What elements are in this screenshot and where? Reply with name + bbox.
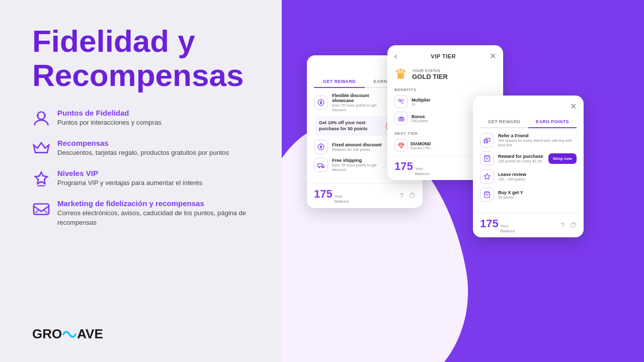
mail-icon <box>32 200 50 218</box>
left-panel: Fidelidad y Recompensas Puntos de Fideli… <box>0 0 282 362</box>
logo-text-gr: GRO <box>32 326 62 342</box>
tab-get-reward-3[interactable]: GET REWARD <box>480 116 528 128</box>
widget1-footer-icons: ? ⏱ <box>399 192 416 200</box>
feature-recompensas-desc: Descuentos, tarjetas regalo, productos g… <box>57 148 229 157</box>
refer-icon-box <box>480 133 494 147</box>
widget1-balance: 175 YourBalance <box>314 188 349 204</box>
review-icon-box <box>480 169 494 184</box>
tab-get-reward-1[interactable]: GET REWARD <box>314 76 365 88</box>
free-shipping-sub: Earn 25 more points to get discount <box>332 163 391 172</box>
dollar-icon-box-1 <box>314 96 328 110</box>
vip-tier-title: VIP TIER <box>431 53 456 59</box>
growave-logo: GRO AVE <box>32 326 258 342</box>
shop-now-button[interactable]: Shop now <box>548 153 577 164</box>
gift-icon <box>398 115 405 122</box>
widget3-footer: 175 YourBalance ? ⏱ <box>473 213 584 237</box>
widgets-area: ✕ GET REWARD EARN POINTS Flexible dis <box>282 0 644 362</box>
help-icon-3[interactable]: ? <box>560 221 565 229</box>
widget2-balance: 175 YourBalance <box>394 160 430 176</box>
flexible-discount-sub: Earn 25 more points to get discount <box>332 103 391 112</box>
balance-label-2: YourBalance <box>415 166 430 176</box>
diamond-title: DIAMOND <box>411 141 433 146</box>
flexible-discount-title: Flexible discount showcase <box>332 93 391 103</box>
widget2-close-icon[interactable]: ✕ <box>490 51 496 61</box>
diamond-icon <box>398 142 405 149</box>
feature-puntos-desc: Puntos por interacciones y compras <box>57 118 162 127</box>
bonus-icon-box <box>394 112 408 125</box>
history-icon-1[interactable]: ⏱ <box>409 192 416 200</box>
cart-icon-purchase <box>484 155 491 162</box>
shipping-icon-box <box>314 158 328 172</box>
widget2-header: ‹ VIP TIER ✕ <box>387 45 503 61</box>
svg-rect-4 <box>318 164 322 167</box>
status-label: YOUR STATUS <box>412 68 448 73</box>
logo-text-ave: AVE <box>77 326 103 342</box>
feature-puntos-title: Puntos de Fidelidad <box>57 109 162 117</box>
widget3-footer-icons: ? ⏱ <box>560 221 577 229</box>
star-icon <box>32 110 50 128</box>
features-list: Puntos de Fidelidad Puntos por interacci… <box>32 109 258 227</box>
vip-icon <box>32 170 50 188</box>
feature-vip-title: Niveles VIP <box>57 169 202 177</box>
feature-marketing-title: Marketing de fidelización y recompensas <box>57 199 258 208</box>
right-panel: ✕ GET REWARD EARN POINTS Flexible dis <box>282 0 644 362</box>
tab-earn-points-3[interactable]: EARN POINTS <box>528 116 577 128</box>
balance-number-2: 175 <box>394 160 413 173</box>
feature-marketing-desc: Correos electrónicos, avisos, caducidad … <box>57 209 258 227</box>
cart-icon-buyxgety <box>484 191 491 198</box>
crown-icon <box>32 140 50 158</box>
fixed-discount-sub: Redeem for 100 points <box>332 147 387 152</box>
tag-icon <box>398 99 405 105</box>
refer-sub: Get reward for every friend who will buy… <box>498 138 577 147</box>
purchase-title: Reward for purchase <box>498 154 544 159</box>
multiplier-sub: 2x <box>412 103 431 106</box>
multiplier-title: Multiplier <box>412 98 431 103</box>
vip-status-area: ♛ YOUR STATUS GOLD TIER <box>387 61 503 87</box>
fixed-discount-title: Fixed amount discount <box>332 142 387 147</box>
gold-crown-icon: ♛ <box>394 66 407 82</box>
back-icon[interactable]: ‹ <box>394 52 397 61</box>
diamond-sub: Earned 175/... <box>411 146 433 150</box>
buyxgety-title: Buy X get Y <box>498 190 523 195</box>
svg-point-5 <box>318 167 319 168</box>
earn-row-buyxgety: Buy X get Y 50 points <box>480 188 577 202</box>
balance-label-1: YourBalance <box>335 194 349 204</box>
review-sub: 100 - 150 points <box>498 177 526 182</box>
widget3-balance: 175 YourBalance <box>480 217 515 233</box>
main-title: Fidelidad y Recompensas <box>32 24 258 93</box>
dollar-icon-2 <box>317 143 325 150</box>
diamond-icon-box <box>394 139 408 152</box>
logo-wave-icon <box>62 327 76 341</box>
star-icon-review <box>484 173 491 180</box>
dollar-icon-box-2 <box>314 140 328 154</box>
help-icon-1[interactable]: ? <box>399 192 404 200</box>
free-shipping-title: Free shipping <box>332 158 391 163</box>
dollar-icon-1 <box>317 99 325 106</box>
history-icon-3[interactable]: ⏱ <box>570 221 577 229</box>
feature-vip: Niveles VIP Programa VIP y ventajas para… <box>32 169 258 188</box>
widget3-tabs: GET REWARD EARN POINTS <box>480 116 577 128</box>
earn-row-review: Leave review 100 - 150 points <box>480 169 577 184</box>
bonus-title: Bonus <box>412 114 428 119</box>
feature-vip-desc: Programa VIP y ventajas para aumentar el… <box>57 178 202 188</box>
feature-marketing: Marketing de fidelización y recompensas … <box>32 199 258 227</box>
widget1-footer: 175 YourBalance ? ⏱ <box>307 183 423 208</box>
widget3-close-icon[interactable]: ✕ <box>570 102 577 111</box>
widget-earn-points: ✕ GET REWARD EARN POINTS <box>473 96 584 237</box>
refer-title: Refer a Friend <box>498 133 577 138</box>
buyxgety-icon-box <box>480 188 494 202</box>
feature-recompensas: Recompensas Descuentos, tarjetas regalo,… <box>32 139 258 158</box>
svg-marker-11 <box>484 173 490 179</box>
buyxgety-sub: 50 points <box>498 195 523 200</box>
multiplier-icon-box <box>394 95 408 108</box>
earn-row-purchase: Reward for purchase 100 points for every… <box>480 151 577 165</box>
purchase-icon-box <box>480 151 494 165</box>
widget3-body: Refer a Friend Get reward for every frie… <box>473 128 584 211</box>
refer-icon <box>484 137 491 144</box>
bonus-sub: 200 points <box>412 119 428 123</box>
feature-recompensas-title: Recompensas <box>57 139 229 147</box>
balance-number-3: 175 <box>480 217 499 230</box>
review-title: Leave review <box>498 172 526 177</box>
svg-rect-9 <box>484 140 488 143</box>
earn-row-refer: Refer a Friend Get reward for every frie… <box>480 133 577 147</box>
